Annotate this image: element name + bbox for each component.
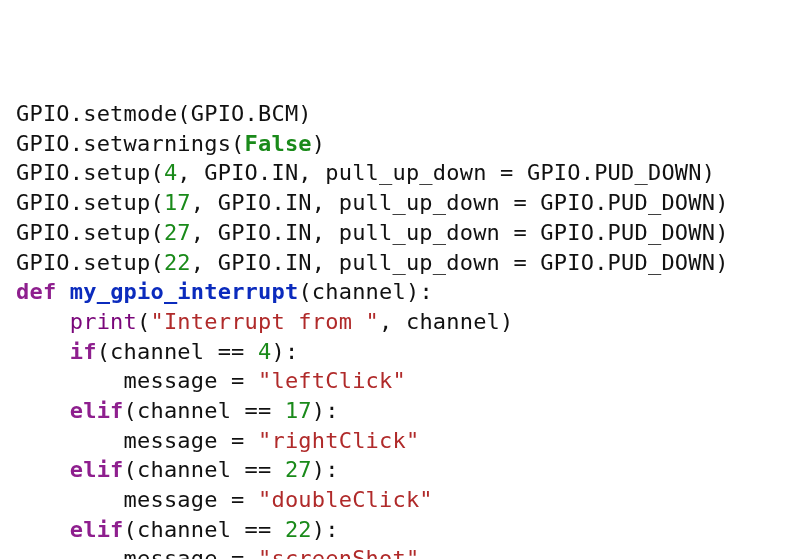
indent (16, 398, 70, 423)
token-plain: (channel == (124, 398, 285, 423)
indent (16, 457, 70, 482)
token-funcdef: my_gpio_interrupt (70, 279, 299, 304)
code-line: GPIO.setmode(GPIO.BCM) (16, 99, 784, 129)
code-block: GPIO.setmode(GPIO.BCM)GPIO.setwarnings(F… (16, 99, 784, 559)
token-plain: GPIO.setup( (16, 160, 164, 185)
token-plain: ): (312, 457, 339, 482)
token-plain: message = (124, 428, 258, 453)
token-plain: , GPIO.IN, pull_up_down = GPIO.PUD_DOWN) (191, 250, 729, 275)
token-plain (56, 279, 69, 304)
indent (16, 309, 70, 334)
token-number: 27 (285, 457, 312, 482)
token-plain: (channel == (97, 339, 258, 364)
token-plain: GPIO.setup( (16, 190, 164, 215)
token-number: 17 (164, 190, 191, 215)
code-line: message = "doubleClick" (16, 485, 784, 515)
token-number: 4 (164, 160, 177, 185)
code-line: message = "rightClick" (16, 426, 784, 456)
token-keyword: if (70, 339, 97, 364)
indent (16, 368, 124, 393)
token-plain: , GPIO.IN, pull_up_down = GPIO.PUD_DOWN) (191, 220, 729, 245)
token-plain: (channel): (298, 279, 432, 304)
indent (16, 428, 124, 453)
token-keyword: def (16, 279, 56, 304)
token-plain: ) (312, 131, 325, 156)
token-number: 22 (164, 250, 191, 275)
token-plain: ): (271, 339, 298, 364)
token-plain: (channel == (124, 517, 285, 542)
indent (16, 546, 124, 559)
token-keyword: elif (70, 517, 124, 542)
token-keyword: elif (70, 398, 124, 423)
token-bool: False (245, 131, 312, 156)
token-string: "doubleClick" (258, 487, 433, 512)
code-line: message = "leftClick" (16, 366, 784, 396)
token-plain: ): (312, 517, 339, 542)
token-plain: ): (312, 398, 339, 423)
token-plain: GPIO.setwarnings( (16, 131, 245, 156)
token-keyword: elif (70, 457, 124, 482)
code-line: GPIO.setup(4, GPIO.IN, pull_up_down = GP… (16, 158, 784, 188)
token-plain: message = (124, 546, 258, 559)
token-string: "screenShot" (258, 546, 419, 559)
code-line: elif(channel == 22): (16, 515, 784, 545)
code-line: GPIO.setup(17, GPIO.IN, pull_up_down = G… (16, 188, 784, 218)
token-string: "rightClick" (258, 428, 419, 453)
code-line: message = "screenShot" (16, 544, 784, 559)
token-plain: (channel == (124, 457, 285, 482)
token-number: 27 (164, 220, 191, 245)
code-line: elif(channel == 17): (16, 396, 784, 426)
code-line: elif(channel == 27): (16, 455, 784, 485)
token-number: 17 (285, 398, 312, 423)
token-plain: , channel) (379, 309, 513, 334)
token-string: "Interrupt from " (150, 309, 379, 334)
indent (16, 339, 70, 364)
token-plain: , GPIO.IN, pull_up_down = GPIO.PUD_DOWN) (177, 160, 715, 185)
code-line: print("Interrupt from ", channel) (16, 307, 784, 337)
indent (16, 487, 124, 512)
code-line: GPIO.setwarnings(False) (16, 129, 784, 159)
code-line: if(channel == 4): (16, 337, 784, 367)
token-plain: GPIO.setup( (16, 220, 164, 245)
token-plain: ( (137, 309, 150, 334)
token-plain: message = (124, 487, 258, 512)
token-string: "leftClick" (258, 368, 406, 393)
code-line: def my_gpio_interrupt(channel): (16, 277, 784, 307)
token-number: 4 (258, 339, 271, 364)
code-line: GPIO.setup(22, GPIO.IN, pull_up_down = G… (16, 248, 784, 278)
token-builtin: print (70, 309, 137, 334)
token-plain: GPIO.setmode(GPIO.BCM) (16, 101, 312, 126)
token-plain: message = (124, 368, 258, 393)
token-number: 22 (285, 517, 312, 542)
code-line: GPIO.setup(27, GPIO.IN, pull_up_down = G… (16, 218, 784, 248)
token-plain: , GPIO.IN, pull_up_down = GPIO.PUD_DOWN) (191, 190, 729, 215)
token-plain: GPIO.setup( (16, 250, 164, 275)
indent (16, 517, 70, 542)
